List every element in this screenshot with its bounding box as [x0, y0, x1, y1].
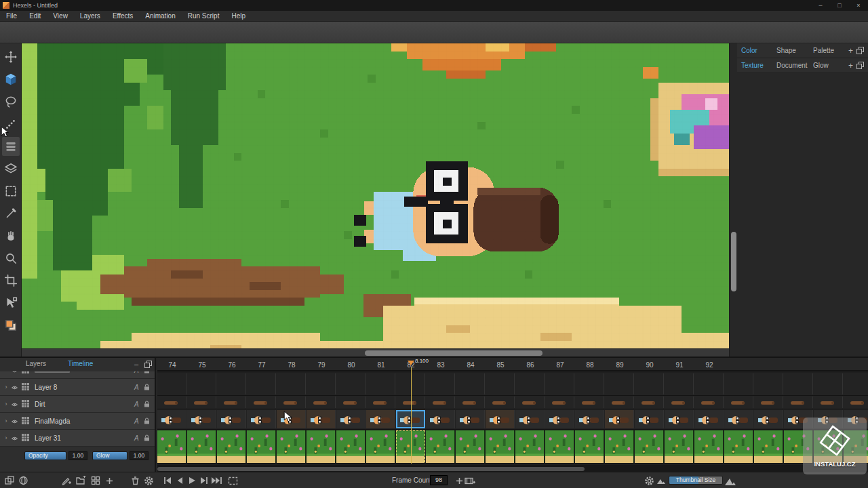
- menu-animation[interactable]: Animation: [139, 11, 181, 22]
- color-swatch-pair[interactable]: [2, 316, 20, 335]
- char-cell-92[interactable]: [694, 410, 724, 428]
- tab-texture[interactable]: Texture: [741, 58, 764, 73]
- playhead-line[interactable]: [411, 367, 412, 464]
- layer-lock-icon[interactable]: [144, 415, 155, 427]
- dirt-cell-86[interactable]: [515, 396, 545, 408]
- layer-name[interactable]: FinalMagda: [35, 418, 134, 425]
- empty-cell-93[interactable]: [724, 373, 753, 394]
- ruler-frame-86[interactable]: 86: [515, 361, 545, 369]
- ruler-frame-80[interactable]: 80: [336, 361, 366, 369]
- ruler-frame-84[interactable]: 84: [456, 361, 486, 369]
- skip-start-button[interactable]: [161, 475, 174, 486]
- green-cell-91[interactable]: [665, 430, 694, 462]
- layer-visibility-icon[interactable]: [11, 371, 22, 376]
- empty-cell-92[interactable]: [694, 373, 724, 394]
- layer-name[interactable]: Layer 31: [35, 434, 134, 442]
- ruler-frame-75[interactable]: 75: [187, 361, 217, 369]
- layer-alpha-lock-icon[interactable]: A: [134, 401, 144, 408]
- canvas-frame-tool[interactable]: [2, 271, 20, 290]
- green-cell-79[interactable]: [307, 430, 336, 462]
- char-cell-87[interactable]: [545, 410, 574, 428]
- empty-cell-97[interactable]: [844, 373, 868, 394]
- tab-layers[interactable]: Layers: [26, 360, 46, 367]
- empty-cell-85[interactable]: [486, 373, 515, 394]
- tab-shape[interactable]: Shape: [776, 43, 796, 58]
- dirt-cell-89[interactable]: [605, 396, 634, 408]
- add-folder-icon[interactable]: [75, 475, 87, 486]
- dirt-cell-85[interactable]: [486, 396, 515, 408]
- menu-view[interactable]: View: [47, 11, 74, 22]
- dirt-cell-91[interactable]: [665, 396, 694, 408]
- float-panel-icon[interactable]: [856, 47, 864, 54]
- dirt-cell-96[interactable]: [814, 396, 843, 408]
- move-tool[interactable]: [2, 47, 20, 66]
- layer-grid-icon[interactable]: [22, 398, 33, 410]
- layer-name[interactable]: Layer 8: [35, 384, 134, 391]
- canvas-vscroll-thumb[interactable]: [731, 232, 736, 291]
- layer-visibility-icon[interactable]: [11, 432, 22, 444]
- dirt-cell-92[interactable]: [694, 396, 724, 408]
- layer-lock-icon[interactable]: [144, 432, 155, 444]
- dirt-cell-97[interactable]: [844, 396, 868, 408]
- knife-tool[interactable]: [2, 204, 20, 223]
- canvas-hscroll-thumb[interactable]: [365, 350, 542, 356]
- timeline-settings-icon[interactable]: [643, 475, 655, 486]
- tab-palette[interactable]: Palette: [813, 43, 834, 58]
- layer-alpha-lock-icon[interactable]: A: [134, 371, 144, 374]
- dirt-cell-94[interactable]: [754, 396, 783, 408]
- ruler-frame-91[interactable]: 91: [665, 361, 694, 369]
- track-layer-31[interactable]: [157, 430, 868, 464]
- frame-count-input[interactable]: 98: [430, 475, 448, 485]
- layer-row-dirt[interactable]: ›DirtA: [0, 396, 155, 413]
- empty-cell-79[interactable]: [307, 373, 336, 394]
- canvas-vertical-scrollbar[interactable]: [729, 43, 737, 357]
- layer-alpha-lock-icon[interactable]: A: [134, 384, 144, 391]
- loop-button[interactable]: [226, 475, 239, 486]
- green-cell-86[interactable]: [515, 430, 545, 462]
- layer-expand-chevron[interactable]: ›: [1, 371, 11, 373]
- frames-icon[interactable]: [3, 475, 16, 486]
- dirt-cell-90[interactable]: [635, 396, 664, 408]
- play-button[interactable]: [186, 475, 198, 486]
- layer-alpha-lock-icon[interactable]: A: [134, 418, 144, 425]
- empty-cell-78[interactable]: [277, 373, 306, 394]
- empty-cell-77[interactable]: [247, 373, 276, 394]
- gradient-bars-tool[interactable]: [2, 137, 20, 156]
- layer-expand-chevron[interactable]: ›: [1, 401, 11, 407]
- add-icon[interactable]: [103, 475, 115, 486]
- add-clip-icon[interactable]: [464, 475, 476, 486]
- dirt-cell-87[interactable]: [545, 396, 574, 408]
- opacity-slider[interactable]: Opacity: [24, 451, 66, 460]
- playhead-marker[interactable]: [408, 361, 414, 365]
- timeline-hscroll-thumb[interactable]: [157, 467, 585, 471]
- lasso-tool[interactable]: [2, 92, 20, 111]
- empty-cell-75[interactable]: [187, 373, 216, 394]
- empty-cell-76[interactable]: [217, 373, 246, 394]
- ruler-frame-78[interactable]: 78: [277, 361, 307, 369]
- add-panel-icon-2[interactable]: +: [848, 58, 853, 73]
- layer-expand-chevron[interactable]: ›: [1, 384, 11, 390]
- ruler-frame-90[interactable]: 90: [635, 361, 665, 369]
- char-cell-77[interactable]: [247, 410, 276, 428]
- empty-cell-81[interactable]: [366, 373, 395, 394]
- ruler-frame-74[interactable]: 74: [157, 361, 187, 369]
- green-cell-89[interactable]: [605, 430, 634, 462]
- char-cell-90[interactable]: [635, 410, 664, 428]
- track-layer-8[interactable]: [157, 373, 868, 396]
- dirt-cell-79[interactable]: [307, 396, 336, 408]
- dirt-cell-84[interactable]: [456, 396, 485, 408]
- empty-cell-83[interactable]: [426, 373, 455, 394]
- green-cell-88[interactable]: [575, 430, 604, 462]
- layer-name[interactable]: [35, 371, 134, 374]
- ruler-frame-79[interactable]: 79: [307, 361, 336, 369]
- char-cell-75[interactable]: [187, 410, 216, 428]
- empty-cell-90[interactable]: [635, 373, 664, 394]
- empty-cell-95[interactable]: [784, 373, 813, 394]
- green-cell-80[interactable]: [336, 430, 366, 462]
- dirt-cell-76[interactable]: [217, 396, 246, 408]
- green-cell-90[interactable]: [635, 430, 664, 462]
- glow-value[interactable]: 1.00: [130, 451, 149, 460]
- ruler-frame-83[interactable]: 83: [426, 361, 456, 369]
- layer-expand-chevron[interactable]: ›: [1, 434, 11, 441]
- dirt-cell-95[interactable]: [784, 396, 813, 408]
